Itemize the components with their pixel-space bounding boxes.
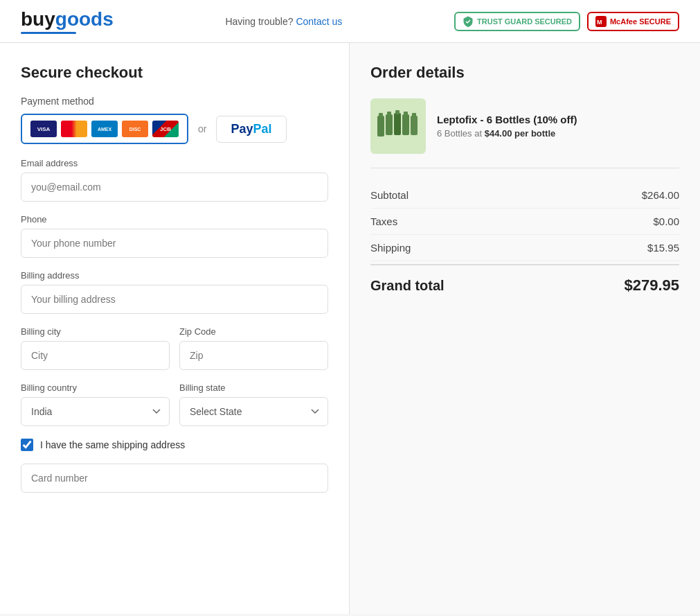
grand-total-label: Grand total — [370, 278, 445, 294]
billing-country-label: Billing country — [21, 382, 170, 393]
product-image — [370, 98, 426, 154]
billing-address-input[interactable] — [21, 285, 328, 314]
logo: buygoods — [21, 8, 114, 34]
svg-rect-5 — [387, 112, 391, 116]
subtotal-value: $264.00 — [642, 189, 679, 201]
trust-guard-badge: TRUST GUARD SECURED — [454, 12, 580, 31]
jcb-icon: JCB — [152, 121, 179, 137]
card-icons-box[interactable]: VISA AMEX DISC JCB — [21, 114, 188, 144]
svg-rect-3 — [379, 113, 383, 117]
svg-rect-2 — [377, 116, 384, 137]
trouble-label: Having trouble? — [225, 16, 293, 27]
discover-icon: DISC — [122, 121, 148, 137]
billing-address-group: Billing address — [21, 270, 328, 314]
product-detail-prefix: 6 Bottles at — [437, 128, 482, 139]
shipping-value: $15.95 — [647, 242, 679, 254]
mcafee-icon: M — [595, 16, 607, 27]
email-group: Email address — [21, 158, 328, 202]
payment-method-label: Payment method — [21, 96, 328, 107]
product-name: Leptofix - 6 Bottles (10% off) — [437, 114, 679, 125]
product-info: Leptofix - 6 Bottles (10% off) 6 Bottles… — [437, 114, 679, 139]
shipping-row: Shipping $15.95 — [370, 235, 679, 261]
product-row: Leptofix - 6 Bottles (10% off) 6 Bottles… — [370, 98, 679, 168]
amex-icon: AMEX — [91, 121, 118, 137]
shield-icon — [463, 16, 474, 27]
grand-total-value: $279.95 — [624, 276, 679, 294]
mastercard-icon — [61, 121, 87, 137]
taxes-row: Taxes $0.00 — [370, 209, 679, 235]
order-panel: Order details — [350, 43, 700, 614]
product-detail: 6 Bottles at $44.00 per bottle — [437, 128, 679, 139]
billing-country-group: Billing country India USA UK Canada Aust… — [21, 382, 170, 426]
mcafee-badge: M McAfee SECURE — [587, 12, 679, 31]
product-bottles-svg — [374, 102, 422, 150]
logo-text: buygoods — [21, 8, 114, 30]
billing-country-select[interactable]: India USA UK Canada Australia — [21, 397, 170, 426]
taxes-value: $0.00 — [653, 215, 679, 227]
billing-state-select[interactable]: Select State Andhra Pradesh Maharashtra … — [179, 397, 328, 426]
svg-rect-4 — [386, 114, 393, 135]
product-price-per: $44.00 per bottle — [485, 128, 556, 139]
logo-underline — [21, 32, 76, 34]
svg-rect-10 — [411, 116, 418, 135]
payment-method-group: Payment method VISA AMEX DISC JCB or Pay… — [21, 96, 328, 144]
same-shipping-row: I have the same shipping address — [21, 439, 328, 451]
checkout-title: Secure checkout — [21, 64, 328, 82]
logo-goods: goods — [55, 8, 114, 30]
billing-address-label: Billing address — [21, 270, 328, 281]
contact-link[interactable]: Contact us — [296, 16, 342, 27]
billing-state-group: Billing state Select State Andhra Prades… — [179, 382, 328, 426]
zip-code-group: Zip Code — [179, 326, 328, 370]
main-content: Secure checkout Payment method VISA AMEX… — [0, 43, 700, 614]
trust-badge-label: TRUST GUARD SECURED — [477, 17, 572, 26]
taxes-label: Taxes — [370, 215, 397, 227]
city-zip-row: Billing city Zip Code — [21, 326, 328, 382]
mcafee-badge-label: McAfee SECURE — [610, 17, 671, 26]
visa-icon: VISA — [30, 121, 57, 137]
same-shipping-checkbox[interactable] — [21, 439, 33, 451]
phone-input[interactable] — [21, 229, 328, 258]
header: buygoods Having trouble? Contact us TRUS… — [0, 0, 700, 43]
svg-rect-7 — [395, 110, 400, 114]
zip-code-input[interactable] — [179, 341, 328, 370]
paypal-logo: PayPal — [231, 122, 271, 137]
email-input[interactable] — [21, 173, 328, 202]
svg-rect-11 — [412, 113, 416, 117]
billing-city-group: Billing city — [21, 326, 170, 370]
zip-code-label: Zip Code — [179, 326, 328, 337]
svg-rect-9 — [404, 112, 408, 116]
phone-label: Phone — [21, 214, 328, 225]
phone-group: Phone — [21, 214, 328, 258]
header-badges: TRUST GUARD SECURED M McAfee SECURE — [454, 12, 679, 31]
logo-buy: buy — [21, 8, 55, 30]
billing-city-input[interactable] — [21, 341, 170, 370]
svg-rect-8 — [402, 114, 409, 135]
subtotal-label: Subtotal — [370, 189, 409, 201]
subtotal-row: Subtotal $264.00 — [370, 182, 679, 209]
or-divider: or — [198, 123, 206, 134]
card-number-group — [21, 464, 328, 493]
card-number-input[interactable] — [21, 464, 328, 493]
paypal-box[interactable]: PayPal — [216, 116, 286, 143]
billing-city-label: Billing city — [21, 326, 170, 337]
country-state-row: Billing country India USA UK Canada Aust… — [21, 382, 328, 439]
payment-method-row: VISA AMEX DISC JCB or PayPal — [21, 114, 328, 144]
checkout-panel: Secure checkout Payment method VISA AMEX… — [0, 43, 350, 614]
grand-total-row: Grand total $279.95 — [370, 264, 679, 306]
same-shipping-label[interactable]: I have the same shipping address — [40, 439, 185, 450]
svg-text:M: M — [597, 19, 602, 26]
order-title: Order details — [370, 64, 679, 82]
shipping-label: Shipping — [370, 242, 411, 254]
header-trouble-text: Having trouble? Contact us — [225, 16, 342, 27]
billing-state-label: Billing state — [179, 382, 328, 393]
svg-rect-6 — [394, 113, 401, 135]
email-label: Email address — [21, 158, 328, 168]
